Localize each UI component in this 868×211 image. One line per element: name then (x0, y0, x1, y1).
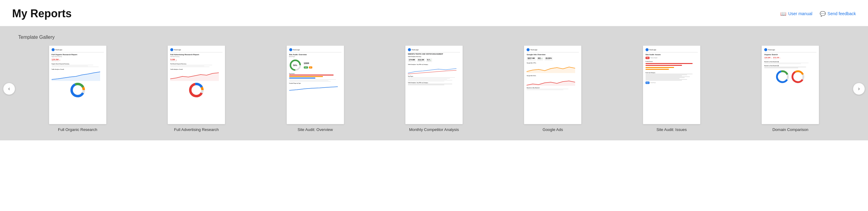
user-manual-label: User manual (788, 11, 812, 16)
header-actions: 📖 User manual 💬 Send feedback (780, 11, 856, 17)
user-manual-link[interactable]: 📖 User manual (780, 11, 812, 17)
template-item-full-advertising-research[interactable]: YourLogo Full Advertising Research Repor… (137, 45, 255, 132)
carousel-prev-button[interactable]: ‹ (3, 83, 15, 95)
svg-marker-5 (170, 73, 219, 81)
template-label-organic: Full Organic Research (58, 127, 97, 132)
template-thumbnail-google-ads: YourLogo Google Ads Overview $227.4M Tot… (524, 45, 582, 124)
template-label-domain-comparison: Domain Comparison (772, 127, 808, 132)
carousel-next-button[interactable]: › (853, 83, 865, 95)
carousel-items: YourLogo Full Organic Research Report Or… (0, 45, 868, 132)
template-item-monthly-competitor[interactable]: YourLogo WEBSITE TRAFFIC AND VISITOR ENG… (374, 45, 493, 132)
template-thumbnail-advertising: YourLogo Full Advertising Research Repor… (167, 45, 225, 124)
template-item-google-ads[interactable]: YourLogo Google Ads Overview $227.4M Tot… (494, 45, 612, 132)
template-item-site-audit-issues[interactable]: YourLogo Site Audit: Issues 74 Errors fo… (612, 45, 731, 132)
template-label-audit-issues: Site Audit: Issues (656, 127, 687, 132)
send-feedback-label: Send feedback (828, 11, 856, 16)
template-label-competitor: Monthly Competitor Analysis (409, 127, 459, 132)
send-feedback-link[interactable]: 💬 Send feedback (820, 11, 856, 17)
page-title: My Reports (12, 7, 72, 20)
svg-marker-13 (527, 81, 575, 86)
page-header: My Reports 📖 User manual 💬 Send feedback (0, 0, 868, 26)
template-thumbnail-audit-issues: YourLogo Site Audit: Issues 74 Errors fo… (643, 45, 701, 124)
chat-icon: 💬 (820, 11, 826, 17)
gallery-title: Template Gallery (18, 35, 868, 40)
template-label-advertising: Full Advertising Research (174, 127, 219, 132)
template-item-full-organic-research[interactable]: YourLogo Full Organic Research Report Or… (18, 45, 137, 132)
template-item-site-audit-overview[interactable]: YourLogo Site Audit: Overview Audited Pa… (256, 45, 374, 132)
template-thumbnail-competitor: YourLogo WEBSITE TRAFFIC AND VISITOR ENG… (405, 45, 463, 124)
template-label-google-ads: Google Ads (542, 127, 563, 132)
template-thumbnail-domain-comparison: YourLogo Organic Search 129.5M ▲ Organic… (762, 45, 819, 124)
carousel-wrapper: ‹ YourLogo Full Organic Research Report … (0, 45, 868, 132)
template-label-audit-overview: Site Audit: Overview (298, 127, 333, 132)
template-thumbnail-organic: YourLogo Full Organic Research Report Or… (49, 45, 106, 124)
svg-marker-12 (527, 67, 575, 73)
book-icon: 📖 (780, 11, 786, 17)
svg-marker-0 (52, 72, 100, 81)
template-item-domain-comparison[interactable]: YourLogo Organic Search 129.5M ▲ Organic… (731, 45, 850, 132)
template-thumbnail-audit-overview: YourLogo Site Audit: Overview Audited Pa… (286, 45, 344, 124)
gallery-section: Template Gallery ‹ YourLogo Full Organic… (0, 26, 868, 140)
